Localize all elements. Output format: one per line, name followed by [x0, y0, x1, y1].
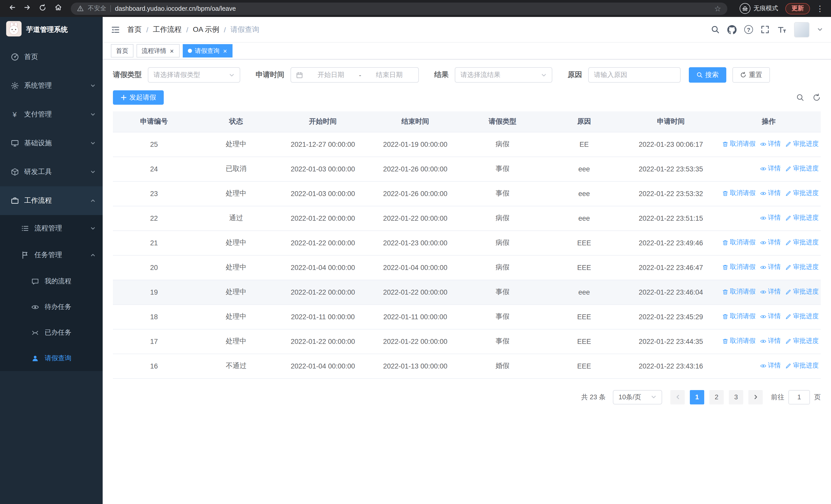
cancel-action-link[interactable]: 取消请假: [722, 288, 755, 296]
warning-icon: [77, 5, 84, 12]
page-button-2[interactable]: 2: [709, 390, 724, 404]
sidebar-item-payment[interactable]: ¥ 支付管理: [0, 100, 103, 129]
refresh-icon[interactable]: [812, 93, 821, 101]
browser-home-button[interactable]: [51, 2, 65, 15]
search-toggle-icon[interactable]: [796, 93, 804, 101]
cell-start-time: 2022-01-22 00:00:00: [277, 206, 369, 231]
browser-menu-icon[interactable]: ⋮: [812, 4, 826, 13]
table-body: 25处理中2021-12-27 00:00:002022-01-19 00:00…: [113, 132, 821, 378]
cell-apply-time: 2022-01-22 23:43:16: [625, 354, 717, 378]
tab-leave-query[interactable]: 请假查询 ×: [182, 44, 232, 58]
sidebar-item-devtools[interactable]: 研发工具: [0, 157, 103, 186]
github-icon[interactable]: [727, 25, 737, 34]
help-icon[interactable]: ?: [744, 25, 753, 34]
detail-action-link[interactable]: 详情: [760, 263, 781, 272]
sidebar-item-infrastructure[interactable]: 基础设施: [0, 129, 103, 157]
progress-action-link[interactable]: 审批进度: [785, 362, 819, 370]
detail-action-link[interactable]: 详情: [760, 214, 781, 223]
detail-action-label: 详情: [768, 238, 781, 247]
reset-button[interactable]: 重置: [733, 67, 770, 83]
cell-operations: 取消请假详情审批进度: [717, 280, 821, 304]
detail-action-link[interactable]: 详情: [760, 362, 781, 370]
browser-forward-button[interactable]: [21, 2, 34, 15]
cell-operations: 取消请假详情审批进度: [717, 132, 821, 156]
cell-reason: EEE: [543, 304, 625, 329]
search-button[interactable]: 搜索: [689, 67, 726, 83]
detail-action-link[interactable]: 详情: [760, 165, 781, 173]
sidebar-item-leave-query[interactable]: 请假查询: [0, 346, 103, 371]
progress-action-link[interactable]: 审批进度: [785, 140, 819, 149]
breadcrumb-item[interactable]: OA 示例: [193, 25, 220, 34]
cancel-action-link[interactable]: 取消请假: [722, 140, 755, 149]
cancel-action-label: 取消请假: [730, 312, 755, 321]
detail-action-link[interactable]: 详情: [760, 189, 781, 198]
browser-toolbar: 不安全 dashboard.yudao.iocoder.cn/bpm/oa/le…: [0, 0, 831, 17]
browser-update-button[interactable]: 更新: [785, 3, 810, 14]
font-size-icon[interactable]: [777, 25, 786, 34]
close-icon[interactable]: ×: [223, 48, 227, 54]
page-button-3[interactable]: 3: [729, 390, 743, 404]
hamburger-fold-icon[interactable]: [111, 25, 120, 34]
progress-action-link[interactable]: 审批进度: [785, 337, 819, 346]
progress-action-link[interactable]: 审批进度: [785, 312, 819, 321]
cancel-action-link[interactable]: 取消请假: [722, 189, 755, 198]
leave-type-select[interactable]: 请选择请假类型: [148, 67, 240, 83]
sidebar-item-done-tasks[interactable]: 已办任务: [0, 320, 103, 346]
avatar[interactable]: [794, 22, 809, 37]
cell-apply-time: 2022-01-22 23:49:46: [625, 231, 717, 255]
fullscreen-icon[interactable]: [761, 25, 769, 34]
detail-action-link[interactable]: 详情: [760, 238, 781, 247]
result-select[interactable]: 请选择流结果: [455, 67, 552, 83]
cancel-action-link[interactable]: 取消请假: [722, 263, 755, 272]
chevron-down-icon[interactable]: [817, 27, 823, 32]
date-range-input[interactable]: 开始日期 - 结束日期: [290, 67, 419, 83]
delete-icon: [722, 264, 728, 270]
sidebar-item-system[interactable]: 系统管理: [0, 71, 103, 100]
browser-reload-button[interactable]: [36, 2, 49, 15]
prev-page-button[interactable]: [670, 390, 685, 404]
sidebar-item-my-processes[interactable]: 我的流程: [0, 268, 103, 294]
goto-page-input[interactable]: [789, 390, 810, 404]
cancel-action-link[interactable]: 取消请假: [722, 337, 755, 346]
tab-home[interactable]: 首页: [111, 44, 134, 58]
create-leave-button[interactable]: 发起请假: [113, 90, 164, 105]
pagination-total: 共 23 条: [581, 392, 606, 402]
breadcrumb-item[interactable]: 工作流程: [153, 25, 182, 34]
cancel-action-link[interactable]: 取消请假: [722, 238, 755, 247]
progress-action-link[interactable]: 审批进度: [785, 238, 819, 247]
progress-action-link[interactable]: 审批进度: [785, 214, 819, 223]
close-icon[interactable]: ×: [169, 48, 174, 54]
detail-action-link[interactable]: 详情: [760, 288, 781, 296]
search-icon[interactable]: [711, 25, 720, 34]
sidebar-item-home[interactable]: 首页: [0, 42, 103, 71]
cancel-action-label: 取消请假: [730, 140, 755, 149]
page-button-1[interactable]: 1: [690, 390, 704, 404]
breadcrumb-item[interactable]: 首页: [127, 25, 142, 34]
cell-status: 已取消: [195, 156, 277, 181]
progress-action-link[interactable]: 审批进度: [785, 263, 819, 272]
progress-action-link[interactable]: 审批进度: [785, 189, 819, 198]
sidebar-item-process-management[interactable]: 流程管理: [0, 215, 103, 242]
cell-leave-type: 病假: [462, 206, 543, 231]
detail-action-link[interactable]: 详情: [760, 140, 781, 149]
next-page-button[interactable]: [748, 390, 763, 404]
sidebar-item-workflow[interactable]: 工作流程: [0, 186, 103, 215]
browser-back-button[interactable]: [5, 2, 19, 15]
reason-input[interactable]: 请输入原因: [588, 67, 681, 83]
sidebar-item-todo-tasks[interactable]: 待办任务: [0, 294, 103, 320]
address-bar[interactable]: 不安全 dashboard.yudao.iocoder.cn/bpm/oa/le…: [71, 2, 727, 14]
sidebar-item-task-management[interactable]: 任务管理: [0, 242, 103, 268]
bookmark-star-icon[interactable]: ☆: [714, 4, 721, 13]
col-end-time: 结束时间: [369, 111, 462, 132]
detail-action-link[interactable]: 详情: [760, 337, 781, 346]
detail-action-link[interactable]: 详情: [760, 312, 781, 321]
cancel-action-link[interactable]: 取消请假: [722, 312, 755, 321]
progress-action-link[interactable]: 审批进度: [785, 288, 819, 296]
cell-end-time: 2022-01-26 00:00:00: [369, 181, 462, 206]
page-size-select[interactable]: 10条/页: [613, 390, 662, 404]
tab-process-detail[interactable]: 流程详情 ×: [137, 44, 179, 58]
filter-form: 请假类型 请选择请假类型 申请时间 开始日期 - 结束日期: [113, 67, 821, 83]
table-row: 20处理中2022-01-04 00:00:002022-01-04 00:00…: [113, 255, 821, 280]
col-leave-type: 请假类型: [462, 111, 543, 132]
progress-action-link[interactable]: 审批进度: [785, 165, 819, 173]
